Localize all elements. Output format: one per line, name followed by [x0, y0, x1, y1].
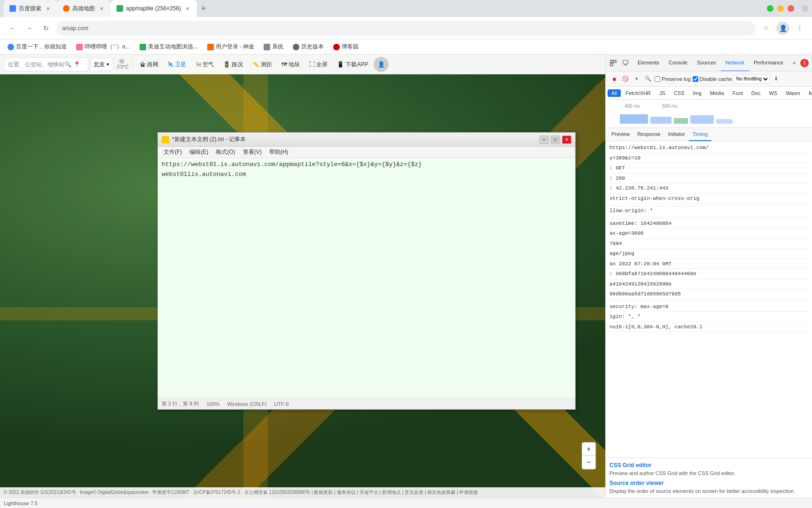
notepad-close-button[interactable]: ✕	[562, 135, 571, 144]
city-selector[interactable]: 北京 ▼	[90, 58, 113, 71]
bookmark-button[interactable]: ☆	[759, 22, 773, 35]
fullscreen-button[interactable]: ⛶ 全屏	[305, 59, 331, 71]
air-layer-button[interactable]: 🌬 空气	[192, 59, 218, 71]
notepad-menu-view[interactable]: 查看(V)	[239, 147, 265, 157]
import-export-button[interactable]: ⬇	[772, 74, 781, 84]
notepad-window: *新建文本文档 (2).txt - 记事本 − □ ✕ 文件(F) 编辑(E) …	[157, 132, 576, 410]
request-tab-timing[interactable]: Timing	[689, 128, 712, 141]
filter-tab-manifest[interactable]: Manifest	[805, 89, 812, 97]
filter-toggle-button[interactable]: ▾	[632, 74, 641, 84]
filter-tab-wasm[interactable]: Wasm	[782, 89, 804, 97]
data-row-12: age/jpeg	[609, 249, 808, 259]
notepad-menu-file[interactable]: 文件(F)	[160, 147, 186, 157]
block-button[interactable]: 🗺 地块	[278, 59, 304, 71]
filter-manifest-label: Manifest	[809, 90, 812, 96]
tab-3-close[interactable]: ✕	[184, 5, 191, 12]
filter-tab-all[interactable]: All	[608, 89, 621, 97]
bookmark-6[interactable]: 博客园	[329, 42, 362, 52]
notepad-line-ending: Windows (CRLF)	[227, 401, 267, 407]
notepad-maximize-button[interactable]: □	[551, 135, 560, 144]
refresh-button[interactable]: ↻	[39, 22, 53, 35]
request-tab-response[interactable]: Response	[633, 128, 664, 141]
address-input[interactable]: amap.com	[56, 21, 756, 36]
filter-tab-fetch[interactable]: Fetch/XHR	[622, 89, 655, 97]
preserve-log-checkbox[interactable]	[655, 76, 660, 82]
profile-avatar[interactable]: 👤	[776, 22, 789, 35]
source-order-viewer-title[interactable]: Source order viewer	[609, 480, 808, 486]
data-row-4: : 42.236.76.241:443	[609, 183, 808, 194]
data-row-2: : GET	[609, 163, 808, 174]
record-button[interactable]: ⏺	[609, 74, 619, 84]
devtools-notification-badge[interactable]: 1	[800, 59, 809, 67]
bookmark-1[interactable]: 哔哩哔哩（'·'）o...	[72, 42, 134, 52]
bookmark-2[interactable]: 美迪互动地图浏选...	[136, 42, 202, 52]
devtools-tab-performance[interactable]: Performance	[749, 55, 788, 71]
tab-3[interactable]: appmaptile (256×256) ✕	[111, 0, 197, 17]
measure-button[interactable]: 📏 测距	[249, 59, 276, 71]
devtools-tab-sources[interactable]: Sources	[692, 55, 720, 71]
devtools-inspect-button[interactable]	[608, 57, 619, 69]
bookmark-4[interactable]: 系统	[260, 42, 287, 52]
notepad-minimize-button[interactable]: −	[539, 135, 549, 144]
download-app-button[interactable]: 📱 下载APP	[333, 59, 372, 71]
search-network-button[interactable]: 🔍	[643, 74, 653, 84]
minimize-button[interactable]	[777, 5, 784, 12]
devtools-tab-elements[interactable]: Elements	[633, 55, 664, 71]
disable-cache-label[interactable]: Disable cache	[693, 76, 732, 82]
devtools-device-button[interactable]	[620, 57, 631, 69]
zoom-out-button[interactable]: −	[582, 456, 595, 469]
notepad-menu-format[interactable]: 格式(O)	[212, 147, 239, 157]
devtools-tab-network[interactable]: Network	[721, 55, 749, 71]
zoom-in-button[interactable]: +	[582, 443, 595, 456]
devtools-settings-button[interactable]: ⚙	[810, 57, 812, 69]
notepad-content-area[interactable]: https://webst01.is.autonavi.com/appmapti…	[158, 158, 575, 398]
filter-tab-css[interactable]: CSS	[670, 89, 688, 97]
tab-2-close[interactable]: ✕	[98, 5, 105, 12]
filter-tab-js[interactable]: JS	[656, 89, 669, 97]
notepad-menu-help[interactable]: 帮助(H)	[265, 147, 292, 157]
maximize-button[interactable]	[767, 5, 773, 12]
map-search-input[interactable]	[8, 61, 64, 68]
elements-tab-label: Elements	[638, 60, 659, 65]
weather-temp: -7/3°C	[115, 64, 128, 70]
throttle-select[interactable]: No throttling	[734, 74, 770, 84]
bookmark-3[interactable]: 用户登录 - 神途	[203, 42, 258, 52]
disable-cache-checkbox[interactable]	[693, 76, 698, 82]
console-tab-label: Console	[669, 60, 687, 65]
user-avatar[interactable]: 👤	[374, 57, 389, 72]
tab-1-close[interactable]: ✕	[44, 5, 52, 12]
map-search-box[interactable]: 🔍 📍	[4, 57, 88, 71]
road-layer-button[interactable]: 🛣 路网	[136, 59, 162, 71]
forward-button[interactable]: →	[23, 22, 36, 35]
traffic-layer-button[interactable]: 🚦 路况	[219, 59, 247, 71]
data-row-3: : 200	[609, 174, 808, 184]
satellite-layer-button[interactable]: 🛰 卫星	[164, 59, 190, 71]
filter-tab-media[interactable]: Media	[706, 89, 728, 97]
tab-3-title: appmaptile (256×256)	[126, 5, 181, 12]
clear-button[interactable]: 🚫	[621, 74, 630, 84]
network-toolbar: ⏺ 🚫 ▾ 🔍 Preserve log Disable cache No th…	[606, 71, 812, 87]
devtools-tab-more[interactable]: »	[788, 55, 800, 71]
request-tab-initiator[interactable]: Initiator	[664, 128, 689, 141]
bookmark-5[interactable]: 历史版本	[289, 42, 328, 52]
settings-button[interactable]: ⋮	[793, 22, 806, 35]
preserve-log-label[interactable]: Preserve log	[655, 76, 691, 82]
tab-2[interactable]: 高德地图 ✕	[57, 0, 111, 17]
address-text: amap.com	[62, 25, 88, 32]
devtools-tab-console[interactable]: Console	[664, 55, 692, 71]
css-grid-editor-title[interactable]: CSS Grid editor	[609, 462, 808, 468]
close-button[interactable]	[788, 5, 794, 12]
filter-tab-img[interactable]: Img	[689, 89, 705, 97]
data-key-11: 7984	[609, 240, 622, 248]
tab-1[interactable]: 百度搜索 ✕	[4, 0, 57, 17]
new-tab-button[interactable]: +	[197, 2, 210, 15]
bookmark-0[interactable]: 百度一下，你就知道	[4, 42, 70, 52]
back-button[interactable]: ←	[6, 22, 19, 35]
filter-img-label: Img	[693, 90, 702, 96]
filter-tab-doc[interactable]: Doc	[748, 89, 765, 97]
filter-tab-ws[interactable]: WS	[765, 89, 781, 97]
request-tab-preview[interactable]: Preview	[608, 128, 633, 141]
filter-tab-font[interactable]: Font	[729, 89, 747, 97]
profile-button[interactable]	[802, 5, 808, 12]
notepad-menu-edit[interactable]: 编辑(E)	[186, 147, 212, 157]
